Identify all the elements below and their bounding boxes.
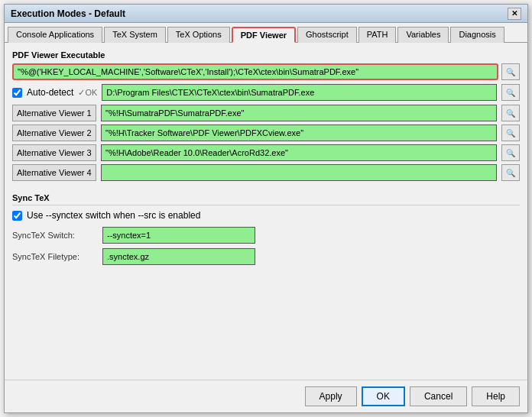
alt-viewer-3-input[interactable] — [101, 144, 497, 161]
tab-tex-options[interactable]: TeX Options — [167, 27, 230, 43]
synctex-filetype-row: SyncTeX Filetype: — [12, 248, 520, 265]
alt-viewer-1-input[interactable] — [101, 105, 497, 121]
auto-detect-input[interactable] — [102, 84, 497, 101]
main-executable-row: 🔍 — [12, 63, 520, 80]
alt-viewer-4-button[interactable]: Alternative Viewer 4 — [12, 164, 96, 181]
auto-detect-browse-button[interactable]: 🔍 — [501, 84, 520, 101]
auto-detect-label: Auto-detect — [27, 87, 73, 98]
viewer-row-1: Alternative Viewer 1 🔍 — [12, 105, 520, 121]
ok-button[interactable]: OK — [362, 386, 405, 406]
synctex-title: Sync TeX — [12, 193, 520, 205]
viewer-row-3: Alternative Viewer 3 🔍 — [12, 144, 520, 161]
search-icon: 🔍 — [506, 169, 515, 177]
tab-path[interactable]: PATH — [358, 27, 397, 43]
synctex-section: Sync TeX Use --synctex switch when --src… — [12, 193, 520, 270]
tab-bar: Console Applications TeX System TeX Opti… — [5, 23, 527, 43]
ok-indicator: ✓OK — [78, 88, 97, 98]
auto-detect-checkbox[interactable] — [12, 88, 22, 98]
main-browse-button[interactable]: 🔍 — [501, 63, 520, 80]
close-button[interactable]: ✕ — [508, 8, 521, 20]
bottom-button-bar: Apply OK Cancel Help — [5, 380, 527, 412]
tab-console[interactable]: Console Applications — [8, 27, 102, 43]
search-icon: 🔍 — [506, 149, 515, 157]
synctex-checkbox-label: Use --synctex switch when --src is enabl… — [27, 210, 200, 221]
alt-viewer-2-input[interactable] — [101, 124, 497, 141]
alt-viewer-3-browse[interactable]: 🔍 — [501, 144, 520, 161]
help-button[interactable]: Help — [472, 386, 520, 406]
cancel-button[interactable]: Cancel — [410, 386, 467, 406]
synctex-filetype-label: SyncTeX Filetype: — [12, 252, 96, 261]
content-area: PDF Viewer Executable 🔍 Auto-detect ✓OK … — [5, 43, 527, 380]
tab-variables[interactable]: Variables — [397, 27, 449, 43]
viewer-row-2: Alternative Viewer 2 🔍 — [12, 124, 520, 141]
alt-viewer-2-browse[interactable]: 🔍 — [501, 124, 520, 141]
tab-diagnosis[interactable]: Diagnosis — [450, 27, 504, 43]
synctex-switch-input[interactable] — [102, 227, 255, 244]
synctex-switch-row: SyncTeX Switch: — [12, 227, 520, 244]
tab-pdf-viewer[interactable]: PDF Viewer — [232, 27, 296, 43]
pdf-viewer-section: PDF Viewer Executable 🔍 Auto-detect ✓OK … — [12, 50, 520, 184]
alt-viewer-1-button[interactable]: Alternative Viewer 1 — [12, 105, 96, 121]
synctex-filetype-input[interactable] — [102, 248, 255, 265]
alt-viewer-3-button[interactable]: Alternative Viewer 3 — [12, 144, 96, 161]
search-icon: 🔍 — [506, 129, 515, 137]
main-executable-input[interactable] — [12, 63, 498, 80]
synctex-checkbox-row: Use --synctex switch when --src is enabl… — [12, 210, 520, 221]
search-icon: 🔍 — [506, 68, 515, 76]
synctex-switch-label: SyncTeX Switch: — [12, 231, 96, 240]
search-icon: 🔍 — [506, 109, 515, 118]
viewer-row-4: Alternative Viewer 4 🔍 — [12, 164, 520, 181]
window-title: Execution Modes - Default — [11, 8, 125, 19]
main-window: Execution Modes - Default ✕ Console Appl… — [4, 4, 528, 413]
alt-viewer-2-button[interactable]: Alternative Viewer 2 — [12, 124, 96, 141]
title-bar: Execution Modes - Default ✕ — [5, 5, 527, 23]
tab-tex-system[interactable]: TeX System — [104, 27, 166, 43]
synctex-checkbox[interactable] — [12, 211, 22, 221]
alt-viewer-1-browse[interactable]: 🔍 — [501, 105, 520, 121]
alt-viewer-4-browse[interactable]: 🔍 — [501, 164, 520, 181]
apply-button[interactable]: Apply — [305, 386, 357, 406]
alt-viewer-4-input[interactable] — [101, 164, 497, 181]
auto-detect-row: Auto-detect ✓OK 🔍 — [12, 84, 520, 101]
search-icon: 🔍 — [506, 89, 515, 97]
tab-ghostscript[interactable]: Ghostscript — [297, 27, 357, 43]
pdf-section-label: PDF Viewer Executable — [12, 50, 520, 60]
